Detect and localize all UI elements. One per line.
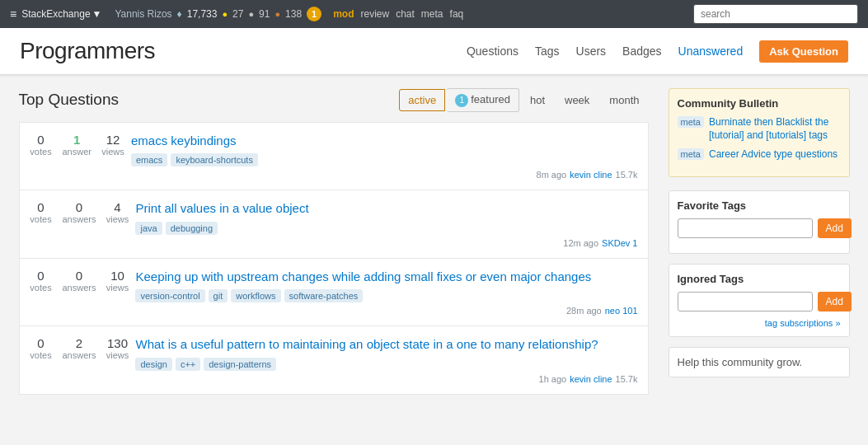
search-input[interactable]	[693, 4, 858, 24]
views-block: 130 views	[106, 336, 129, 360]
tag[interactable]: software-patches	[284, 289, 364, 302]
topbar-chat-link[interactable]: chat	[396, 8, 415, 20]
user-link[interactable]: kevin cline	[570, 170, 612, 180]
site-header-wrapper: Programmers Questions Tags Users Badges …	[0, 28, 868, 75]
username[interactable]: Yannis Rizos	[115, 8, 171, 20]
view-count: 4	[114, 200, 120, 214]
topbar-meta-link[interactable]: meta	[421, 8, 443, 20]
votes-block: 0 votes	[30, 269, 53, 293]
main-nav: Questions Tags Users Badges Unanswered A…	[467, 40, 848, 63]
ignored-add-button[interactable]: Add	[818, 292, 852, 312]
filter-tab-hot[interactable]: hot	[521, 89, 554, 111]
vote-label: votes	[30, 214, 51, 224]
votes-block: 0 votes	[30, 133, 53, 157]
tag[interactable]: design	[135, 358, 171, 371]
table-row: 0 votes 1 answer 12 views	[20, 123, 648, 191]
filter-tab-month[interactable]: month	[600, 89, 648, 111]
answer-count: 0	[76, 269, 82, 283]
tag[interactable]: debugging	[166, 222, 218, 235]
bulletin-link[interactable]: Career Advice type questions	[709, 148, 838, 162]
stats-row: 0 votes 0 answers 10 views	[30, 269, 129, 293]
featured-badge-count: 1	[455, 94, 468, 107]
gold-badge-count: 27	[232, 8, 243, 20]
user-rep: 15.7k	[616, 170, 638, 180]
answer-count: 2	[76, 336, 82, 350]
question-title[interactable]: Print all values in a value object	[135, 200, 637, 217]
bulletin-title: Community Bulletin	[678, 97, 841, 110]
user-link[interactable]: SKDev 1	[602, 238, 637, 248]
topbar-faq-link[interactable]: faq	[450, 8, 464, 20]
answer-count: 0	[76, 200, 82, 214]
tags-row: emacs keyboard-shortcuts	[131, 153, 638, 166]
favorite-tag-input-row: Add	[678, 218, 841, 238]
answers-block: 0 answers	[63, 269, 96, 293]
community-bulletin: Community Bulletin meta Burninate then B…	[669, 88, 850, 177]
votes-block: 0 votes	[30, 336, 53, 360]
question-title[interactable]: Keeping up with upstream changes while a…	[135, 269, 637, 285]
vote-count: 0	[37, 200, 44, 214]
vote-count: 0	[37, 133, 44, 147]
vote-count: 0	[37, 269, 44, 283]
filter-tabs: active 1featured hot week month	[399, 88, 648, 112]
logo-arrow: ▼	[92, 8, 102, 20]
nav-unanswered[interactable]: Unanswered	[678, 44, 744, 58]
user-link[interactable]: neo 101	[605, 306, 638, 316]
question-body: emacs keybindings emacs keyboard-shortcu…	[131, 133, 638, 180]
time-ago: 28m ago	[566, 306, 602, 316]
question-body: What is a useful pattern to maintaining …	[135, 336, 637, 384]
topbar-review-link[interactable]: review	[360, 8, 389, 20]
ignored-tag-input[interactable]	[678, 292, 813, 312]
votes-block: 0 votes	[30, 200, 53, 224]
question-title[interactable]: What is a useful pattern to maintaining …	[135, 336, 637, 353]
filter-tab-active[interactable]: active	[399, 89, 445, 111]
site-header: Programmers Questions Tags Users Badges …	[0, 28, 868, 75]
silver-badge-count: 91	[259, 8, 270, 20]
vote-label: votes	[30, 350, 51, 360]
nav-users[interactable]: Users	[576, 44, 607, 58]
table-row: 0 votes 2 answers 130 views	[20, 326, 648, 394]
answers-block: 1 answer	[63, 133, 91, 157]
question-stats: 0 votes 0 answers 4 views	[30, 200, 129, 248]
tag[interactable]: git	[209, 289, 228, 302]
question-body: Print all values in a value object java …	[135, 200, 637, 248]
favorite-tags-box: Favorite Tags Add	[669, 190, 850, 254]
tags-row: java debugging	[135, 222, 637, 235]
topbar-mod-link[interactable]: mod	[333, 8, 354, 20]
tag[interactable]: design-patterns	[204, 358, 276, 371]
view-label: views	[106, 283, 129, 293]
user-link[interactable]: kevin cline	[570, 374, 612, 384]
help-community-text: Help this community grow.	[678, 356, 803, 368]
site-title[interactable]: Programmers	[20, 38, 155, 64]
tag[interactable]: java	[135, 222, 162, 235]
tag[interactable]: keyboard-shortcuts	[171, 153, 258, 166]
favorite-tag-input[interactable]	[678, 218, 813, 238]
favorite-add-button[interactable]: Add	[818, 218, 852, 238]
answers-block: 0 answers	[63, 200, 96, 224]
nav-questions[interactable]: Questions	[467, 44, 518, 58]
tags-row: design c++ design-patterns	[135, 358, 637, 371]
views-block: 10 views	[106, 269, 129, 293]
tag[interactable]: c++	[176, 358, 200, 371]
ignored-tags-box: Ignored Tags Add tag subscriptions »	[669, 264, 850, 337]
tag[interactable]: version-control	[135, 289, 204, 302]
question-meta: 8m ago kevin cline 15.7k	[131, 170, 638, 180]
time-ago: 1h ago	[539, 374, 567, 384]
answer-label: answers	[63, 350, 96, 360]
bulletin-link[interactable]: Burninate then Blacklist the [tutorial] …	[709, 116, 841, 142]
vote-label: votes	[30, 283, 51, 293]
tag[interactable]: emacs	[131, 153, 167, 166]
questions-header: Top Questions active 1featured hot week …	[19, 88, 649, 112]
stackexchange-logo[interactable]: ≡ StackExchange ▼	[10, 7, 101, 21]
filter-tab-week[interactable]: week	[556, 89, 598, 111]
nav-badges[interactable]: Badges	[622, 44, 661, 58]
tag-subscriptions-link[interactable]: tag subscriptions »	[678, 318, 841, 328]
nav-tags[interactable]: Tags	[535, 44, 560, 58]
filter-tab-featured[interactable]: 1featured	[447, 88, 519, 112]
answer-count: 1	[73, 133, 80, 147]
bulletin-tag: meta	[678, 148, 704, 160]
tag[interactable]: workflows	[231, 289, 280, 302]
nav-ask-question[interactable]: Ask Question	[759, 40, 848, 63]
answers-block: 2 answers	[63, 336, 96, 360]
inbox-button[interactable]: 1	[307, 7, 321, 21]
question-title[interactable]: emacs keybindings	[131, 133, 638, 149]
